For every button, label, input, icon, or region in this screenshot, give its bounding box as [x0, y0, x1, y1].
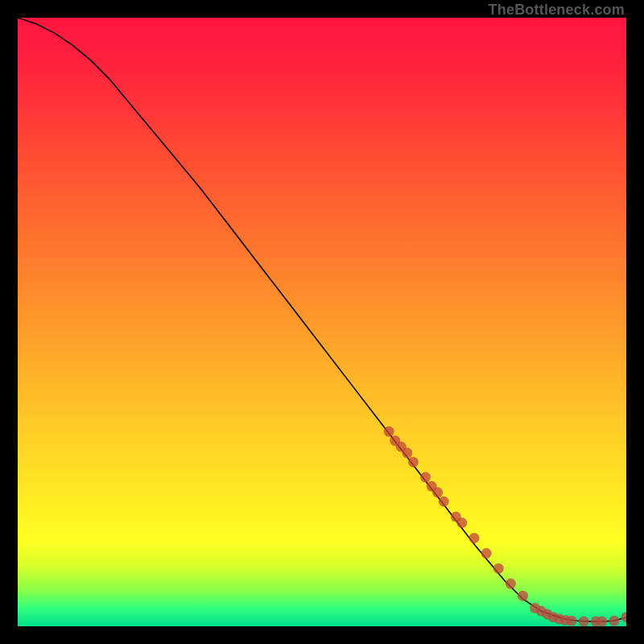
data-marker — [506, 579, 516, 589]
chart-frame: TheBottleneck.com — [0, 0, 644, 644]
data-marker — [432, 487, 443, 497]
data-marker — [408, 456, 419, 467]
data-marker — [597, 616, 607, 626]
data-marker — [609, 616, 619, 626]
data-marker — [384, 427, 394, 437]
data-marker — [469, 533, 480, 543]
plot-area — [18, 18, 626, 626]
data-marker — [579, 616, 589, 626]
data-marker — [402, 448, 412, 458]
curve-line — [18, 18, 626, 621]
attribution-label: TheBottleneck.com — [489, 2, 625, 19]
data-marker — [518, 591, 528, 601]
data-marker — [439, 497, 449, 507]
data-marker — [420, 472, 431, 482]
data-marker — [481, 548, 492, 559]
data-marker — [456, 518, 467, 528]
chart-svg — [18, 18, 626, 626]
data-marker — [621, 612, 627, 622]
data-marker — [566, 616, 576, 626]
data-marker — [493, 564, 504, 574]
marker-group — [384, 427, 626, 626]
